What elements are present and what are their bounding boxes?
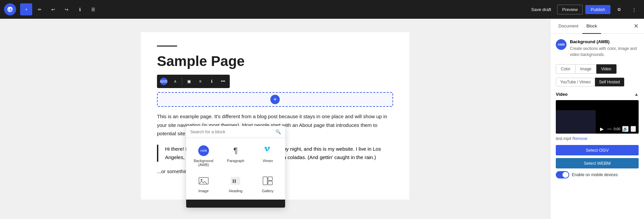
- image-glyph-icon: [198, 175, 209, 186]
- block-icon-awb: AWB: [198, 145, 210, 157]
- enable-mobile-toggle[interactable]: [556, 171, 569, 178]
- publish-button[interactable]: Publish: [585, 5, 610, 14]
- undo-icon: ↩: [51, 7, 55, 12]
- block-item-paragraph[interactable]: ¶ Paragraph: [221, 142, 251, 169]
- tab-color[interactable]: Color: [556, 64, 576, 74]
- block-picker-popup: 🔍 AWB Background(AWB) ¶: [186, 126, 285, 208]
- page-title: Sample Page: [157, 53, 393, 69]
- section-collapse-button[interactable]: ▲: [634, 92, 639, 97]
- tab-image[interactable]: Image: [576, 64, 596, 74]
- more-options-button[interactable]: ⋮: [628, 3, 640, 15]
- editor-content: Sample Page AWB ∧ ▣ ≡ ℹ: [141, 32, 409, 200]
- svg-text:H: H: [232, 179, 236, 184]
- toggle-knob: [562, 172, 569, 178]
- plus-icon: ＋: [24, 6, 29, 12]
- add-block-plus-icon: +: [270, 95, 280, 104]
- chevron-up-icon: ∧: [174, 79, 177, 84]
- heading-glyph-icon: H: [230, 175, 241, 186]
- image-block-icon: ▣: [187, 79, 191, 84]
- vimeo-glyph-icon: [263, 145, 272, 156]
- svg-point-1: [201, 179, 202, 181]
- preview-button[interactable]: Preview: [557, 5, 583, 14]
- block-info-button[interactable]: ℹ: [206, 76, 217, 87]
- enable-mobile-label: Enable on mobile devices: [572, 172, 618, 177]
- tab-video[interactable]: Video: [596, 64, 616, 74]
- video-filename: test.mp4 Remove: [556, 136, 639, 141]
- svg-rect-6: [268, 181, 272, 185]
- block-item-heading[interactable]: H Heading: [221, 172, 251, 196]
- awb-circle-label: AWB: [558, 43, 565, 46]
- gallery-glyph-icon: [262, 175, 273, 186]
- video-fullscreen-button[interactable]: ⛶: [631, 126, 636, 132]
- toolbar-right: Save draft Preview Publish ⚙ ⋮: [528, 3, 640, 15]
- settings-button[interactable]: ⚙: [613, 3, 625, 15]
- enable-mobile-row: Enable on mobile devices: [556, 171, 639, 178]
- tab-document[interactable]: Document: [554, 19, 582, 34]
- block-icon-image: [198, 175, 210, 187]
- block-info-text: Background (AWB) Create sections with co…: [570, 39, 639, 58]
- block-align-button[interactable]: ▣: [183, 76, 194, 87]
- tab-block[interactable]: Block: [582, 19, 601, 34]
- paragraph-glyph-icon: ¶: [233, 146, 238, 155]
- block-label-vimeo: Vimeo: [263, 159, 273, 163]
- block-label-image: Image: [199, 189, 209, 193]
- video-section-title: Video: [556, 92, 568, 97]
- block-more-button[interactable]: •••: [218, 76, 228, 87]
- video-remove-link[interactable]: Remove: [572, 136, 587, 141]
- search-icon: 🔍: [275, 129, 281, 134]
- wp-icon: [7, 6, 13, 13]
- search-button[interactable]: 🔍: [275, 129, 281, 134]
- block-label-awb: Background(AWB): [194, 159, 213, 167]
- block-icon-heading: H: [229, 175, 241, 187]
- redo-icon: ↪: [65, 7, 68, 12]
- background-type-tabs: Color Image Video: [556, 64, 639, 74]
- block-label-gallery: Gallery: [262, 189, 274, 193]
- add-block-area[interactable]: +: [157, 92, 393, 107]
- block-search-bar: 🔍: [186, 126, 285, 138]
- svg-rect-4: [263, 177, 267, 185]
- edit-tool-button[interactable]: ✏: [34, 3, 46, 15]
- save-draft-button[interactable]: Save draft: [528, 5, 554, 14]
- video-filename-text: test.mp4: [556, 136, 571, 141]
- video-progress-bar[interactable]: [607, 129, 611, 130]
- block-item-background-awb[interactable]: AWB Background(AWB): [189, 142, 218, 169]
- sub-tab-youtube-vimeo[interactable]: YouTube / Vimeo: [556, 78, 595, 86]
- main-layout: Sample Page AWB ∧ ▣ ≡ ℹ: [0, 19, 644, 219]
- toolbar-separator: [182, 77, 182, 85]
- ellipsis-icon: ⋮: [632, 7, 636, 12]
- more-dots-icon: •••: [221, 79, 225, 84]
- info-icon: ℹ: [79, 7, 81, 12]
- pencil-icon: ✏: [38, 7, 42, 12]
- right-panel: Document Block ✕ AWB Background (AWB) Cr…: [550, 19, 644, 219]
- block-search-input[interactable]: [190, 129, 273, 134]
- block-item-vimeo[interactable]: Vimeo: [253, 142, 282, 169]
- block-icon-paragraph: ¶: [229, 145, 241, 157]
- video-preview: ▶ 0:00 🔊 ⛶: [556, 100, 639, 134]
- block-info-icon: ℹ: [211, 79, 213, 84]
- block-move-up-button[interactable]: ∧: [170, 76, 180, 87]
- select-webm-button[interactable]: Select WEBM: [556, 158, 639, 168]
- video-section-header: Video ▲: [556, 92, 639, 97]
- awb-icon: AWB: [160, 78, 167, 85]
- block-type-button[interactable]: AWB: [158, 76, 169, 87]
- block-item-image[interactable]: Image: [189, 172, 218, 196]
- undo-button[interactable]: ↩: [47, 3, 59, 15]
- select-ogv-button[interactable]: Select OGV: [556, 145, 639, 155]
- redo-button[interactable]: ↪: [60, 3, 72, 15]
- block-item-gallery[interactable]: Gallery: [253, 172, 282, 196]
- video-source-tabs: YouTube / Vimeo Self Hosted: [556, 78, 639, 86]
- info-button[interactable]: ℹ: [74, 3, 86, 15]
- list-icon: ☰: [91, 7, 95, 12]
- add-block-button[interactable]: ＋: [20, 3, 32, 15]
- sub-tab-self-hosted[interactable]: Self Hosted: [595, 78, 624, 86]
- block-picker-grid: AWB Background(AWB) ¶ Paragraph: [186, 138, 285, 200]
- list-view-button[interactable]: ☰: [87, 3, 99, 15]
- block-icon-vimeo: [262, 145, 274, 157]
- panel-close-button[interactable]: ✕: [632, 21, 640, 31]
- block-info: AWB Background (AWB) Create sections wit…: [556, 39, 639, 58]
- wordpress-logo: [4, 3, 16, 15]
- video-volume-button[interactable]: 🔊: [622, 126, 629, 132]
- block-label-paragraph: Paragraph: [227, 159, 244, 163]
- video-play-button[interactable]: ▶: [598, 126, 605, 132]
- block-justify-button[interactable]: ≡: [195, 76, 206, 87]
